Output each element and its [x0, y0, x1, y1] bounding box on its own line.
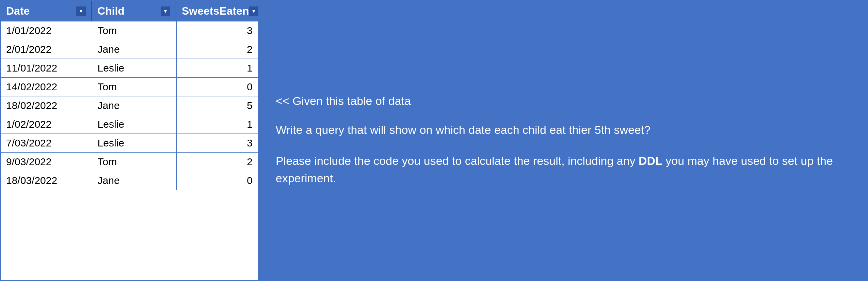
cell-date: 1/02/2022 — [1, 115, 92, 134]
cell-sweets: 1 — [177, 115, 258, 134]
table-header: Date ▼ Child ▼ SweetsEaten ▼ — [1, 1, 258, 21]
cell-sweets: 1 — [177, 59, 258, 77]
child-label: Child — [97, 5, 125, 17]
header-sweets[interactable]: SweetsEaten ▼ — [176, 1, 258, 21]
table-row: 1/02/2022Leslie1 — [1, 115, 258, 134]
cell-child: Leslie — [92, 115, 177, 134]
cell-child: Leslie — [92, 59, 177, 77]
table-body: 1/01/2022Tom32/01/2022Jane211/01/2022Les… — [1, 21, 258, 280]
sweets-dropdown-icon[interactable]: ▼ — [249, 6, 258, 16]
cell-sweets: 0 — [177, 171, 258, 190]
child-dropdown-icon[interactable]: ▼ — [161, 6, 170, 16]
header-date[interactable]: Date ▼ — [1, 1, 92, 21]
cell-sweets: 0 — [177, 78, 258, 96]
cell-date: 18/03/2022 — [1, 171, 92, 190]
cell-sweets: 3 — [177, 134, 258, 152]
table-row: 18/03/2022Jane0 — [1, 171, 258, 190]
cell-date: 11/01/2022 — [1, 59, 92, 77]
table-row: 14/02/2022Tom0 — [1, 78, 258, 96]
cell-date: 9/03/2022 — [1, 153, 92, 171]
cell-date: 1/01/2022 — [1, 21, 92, 40]
data-table: Date ▼ Child ▼ SweetsEaten ▼ 1/01/2022To… — [0, 0, 259, 281]
cell-date: 7/03/2022 — [1, 134, 92, 152]
cell-sweets: 3 — [177, 21, 258, 40]
table-row: 1/01/2022Tom3 — [1, 21, 258, 40]
cell-child: Jane — [92, 171, 177, 190]
cell-child: Tom — [92, 21, 177, 40]
table-row: 18/02/2022Jane5 — [1, 96, 258, 115]
cell-sweets: 2 — [177, 40, 258, 59]
table-row: 9/03/2022Tom2 — [1, 153, 258, 171]
date-label: Date — [6, 5, 30, 17]
date-dropdown-icon[interactable]: ▼ — [76, 6, 86, 16]
cell-date: 14/02/2022 — [1, 78, 92, 96]
sweets-label: SweetsEaten — [182, 5, 249, 17]
cell-date: 18/02/2022 — [1, 96, 92, 115]
cell-child: Tom — [92, 153, 177, 171]
cell-child: Jane — [92, 40, 177, 59]
table-row: 11/01/2022Leslie1 — [1, 59, 258, 78]
table-row: 2/01/2022Jane2 — [1, 40, 258, 59]
ddl-bold: DDL — [639, 154, 662, 167]
info-panel: << Given this table of data Write a quer… — [259, 0, 868, 281]
cell-sweets: 2 — [177, 153, 258, 171]
cell-child: Leslie — [92, 134, 177, 152]
query-text: Write a query that will show on which da… — [276, 121, 851, 139]
include-part1: Please include the code you used to calc… — [276, 154, 639, 167]
include-text: Please include the code you used to calc… — [276, 152, 851, 187]
cell-sweets: 5 — [177, 96, 258, 115]
table-row: 7/03/2022Leslie3 — [1, 134, 258, 153]
cell-child: Tom — [92, 78, 177, 96]
cell-child: Jane — [92, 96, 177, 115]
header-child[interactable]: Child ▼ — [92, 1, 176, 21]
cell-date: 2/01/2022 — [1, 40, 92, 59]
given-text: << Given this table of data — [276, 94, 851, 108]
